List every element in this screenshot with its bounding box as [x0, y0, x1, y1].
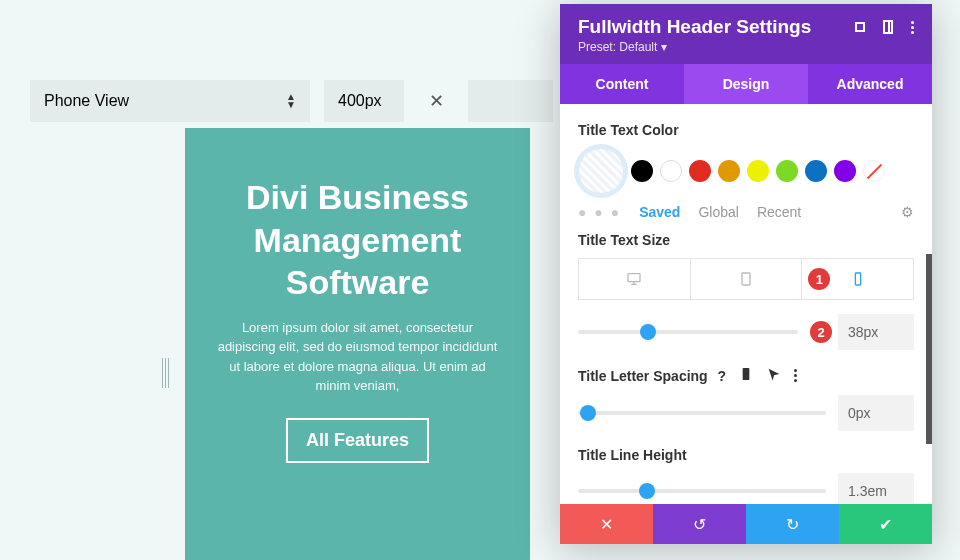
select-arrows-icon: ▲▼	[286, 93, 296, 109]
swatch-orange[interactable]	[718, 160, 740, 182]
viewport-controls: Phone View ▲▼ 400px ✕	[30, 80, 553, 122]
line-height-value[interactable]: 1.3em	[838, 473, 914, 504]
swatch-yellow[interactable]	[747, 160, 769, 182]
text-size-slider-row: 2 38px	[578, 314, 914, 350]
panel-header: Fullwidth Header Settings Preset: Defaul…	[560, 4, 932, 64]
palette-global[interactable]: Global	[698, 204, 738, 220]
swatch-green[interactable]	[776, 160, 798, 182]
hover-icon[interactable]	[766, 366, 782, 385]
viewport-clear-button[interactable]: ✕	[418, 80, 454, 122]
preset-line[interactable]: Preset: Default ▾	[578, 40, 914, 54]
swatch-black[interactable]	[631, 160, 653, 182]
panel-tabs: Content Design Advanced	[560, 64, 932, 104]
badge-1: 1	[808, 268, 830, 290]
tab-advanced[interactable]: Advanced	[808, 64, 932, 104]
palette-recent[interactable]: Recent	[757, 204, 801, 220]
cancel-button[interactable]: ✕	[560, 504, 653, 544]
undo-button[interactable]: ↺	[653, 504, 746, 544]
panel-footer: ✕ ↺ ↻ ✔	[560, 504, 932, 544]
letter-spacing-slider-row: 0px	[578, 395, 914, 431]
resize-handle[interactable]	[162, 358, 169, 388]
swatch-purple[interactable]	[834, 160, 856, 182]
letter-spacing-slider[interactable]	[578, 411, 826, 415]
tab-content[interactable]: Content	[560, 64, 684, 104]
device-tabs: 1	[578, 258, 914, 300]
preview-paragraph: Lorem ipsum dolor sit amet, consectetur …	[213, 318, 502, 396]
color-swatches	[578, 148, 914, 194]
swatch-transparent[interactable]	[578, 148, 624, 194]
text-size-slider[interactable]	[578, 330, 798, 334]
device-desktop[interactable]	[579, 259, 691, 299]
panel-body: Title Text Color ● ● ● Saved Global Rece…	[560, 104, 932, 504]
device-tablet[interactable]	[691, 259, 803, 299]
snap-icon[interactable]	[883, 20, 893, 34]
svg-rect-5	[743, 368, 750, 380]
title-text-color-label: Title Text Color	[578, 122, 914, 138]
svg-rect-0	[628, 274, 640, 282]
help-icon[interactable]: ?	[718, 368, 727, 384]
chevron-down-icon: ▾	[661, 40, 667, 54]
tab-design[interactable]: Design	[684, 64, 808, 104]
palette-saved[interactable]: Saved	[639, 204, 680, 220]
swatch-white[interactable]	[660, 160, 682, 182]
settings-panel: Fullwidth Header Settings Preset: Defaul…	[560, 4, 932, 544]
device-phone[interactable]: 1	[802, 259, 913, 299]
more-icon[interactable]	[911, 21, 914, 34]
viewport-width-input[interactable]: 400px	[324, 80, 404, 122]
swatch-none[interactable]	[863, 160, 885, 182]
letter-spacing-label: Title Letter Spacing ?	[578, 366, 914, 385]
line-height-slider-row: 1.3em	[578, 473, 914, 504]
text-size-value[interactable]: 38px	[838, 314, 914, 350]
responsive-icon[interactable]	[738, 366, 754, 385]
palette-dots-icon[interactable]: ● ● ●	[578, 204, 621, 220]
line-height-label: Title Line Height	[578, 447, 914, 463]
phone-preview: Divi Business Management Software Lorem …	[185, 128, 530, 560]
title-text-size-label: Title Text Size	[578, 232, 914, 248]
viewport-mode-label: Phone View	[44, 92, 129, 110]
preview-cta-button[interactable]: All Features	[286, 418, 429, 463]
viewport-mode-select[interactable]: Phone View ▲▼	[30, 80, 310, 122]
letter-spacing-value[interactable]: 0px	[838, 395, 914, 431]
redo-button[interactable]: ↻	[746, 504, 839, 544]
save-button[interactable]: ✔	[839, 504, 932, 544]
swatch-red[interactable]	[689, 160, 711, 182]
preview-heading: Divi Business Management Software	[213, 176, 502, 304]
scrollbar[interactable]	[926, 254, 932, 444]
svg-rect-3	[742, 273, 750, 285]
panel-title: Fullwidth Header Settings	[578, 16, 811, 38]
gear-icon[interactable]: ⚙	[901, 204, 914, 220]
expand-icon[interactable]	[855, 22, 865, 32]
option-more-icon[interactable]	[794, 369, 797, 382]
color-palette-tabs: ● ● ● Saved Global Recent ⚙	[578, 204, 914, 220]
line-height-slider[interactable]	[578, 489, 826, 493]
swatch-blue[interactable]	[805, 160, 827, 182]
viewport-width-value: 400px	[338, 92, 382, 110]
svg-rect-4	[855, 273, 860, 285]
badge-2: 2	[810, 321, 832, 343]
viewport-spacer	[468, 80, 553, 122]
